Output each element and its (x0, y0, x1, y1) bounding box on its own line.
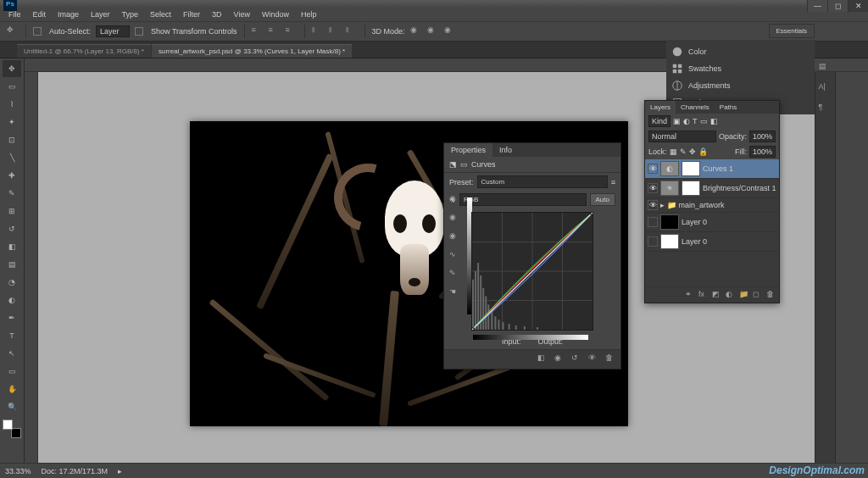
clip-icon[interactable]: ◧ (537, 353, 549, 365)
filter-smart-icon[interactable]: ◧ (710, 117, 718, 125)
history-icon[interactable]: ▤ (819, 62, 832, 75)
para-icon[interactable]: ¶ (819, 103, 832, 116)
layer-item[interactable]: 👁 ◐ Curves 1 (645, 159, 779, 179)
visibility-toggle[interactable]: 👁 (648, 183, 658, 193)
stamp-tool[interactable]: ⊞ (3, 203, 21, 220)
draw-curve-icon[interactable]: ✎ (449, 269, 463, 282)
hand-tool[interactable]: ✋ (3, 381, 21, 397)
fill-input[interactable]: 100% (749, 146, 776, 158)
visibility-toggle[interactable]: 👁 (648, 200, 658, 210)
mask-thumb[interactable] (682, 181, 700, 196)
sampler-plus-icon[interactable]: ◉ (449, 213, 463, 226)
layer-item[interactable]: Layer 0 (645, 213, 779, 232)
menu-edit[interactable]: Edit (28, 8, 52, 20)
menu-3d[interactable]: 3D (207, 8, 227, 20)
type-tool[interactable]: T (3, 327, 21, 344)
history-brush-tool[interactable]: ↺ (3, 220, 21, 237)
brush-tool[interactable]: ✎ (3, 185, 21, 202)
delete-icon[interactable]: 🗑 (766, 290, 776, 300)
preset-dropdown[interactable]: Custom (477, 175, 608, 188)
tab-layers[interactable]: Layers (645, 101, 676, 114)
blur-tool[interactable]: ◔ (3, 274, 21, 291)
3d-icon[interactable]: ◉ (410, 25, 422, 37)
edit-points-icon[interactable]: ∿ (449, 250, 463, 264)
menu-window[interactable]: Window (257, 8, 294, 20)
lock-pos-icon[interactable]: ✥ (689, 147, 696, 156)
trash-icon[interactable]: 🗑 (605, 353, 617, 365)
tab-paths[interactable]: Paths (715, 101, 742, 114)
filter-type-icon[interactable]: T (693, 117, 698, 125)
layers-panel[interactable]: Layers Channels Paths Kind ▣ ◐ T ▭ ◧ Nor… (644, 100, 780, 303)
distribute-icon[interactable]: ⦀ (312, 25, 324, 37)
mask-thumb[interactable] (682, 161, 700, 176)
layer-name[interactable]: main_artwork (679, 201, 725, 209)
visibility-toggle[interactable] (648, 236, 658, 247)
auto-select-dropdown[interactable]: Layer (96, 25, 130, 37)
fg-color[interactable] (3, 420, 13, 430)
view-prev-icon[interactable]: ◉ (554, 353, 566, 365)
doc-size[interactable]: Doc: 17.2M/171.3M (42, 467, 108, 475)
distribute-icon[interactable]: ⦀ (329, 25, 341, 37)
link-icon[interactable]: ⚭ (685, 290, 695, 300)
workspace-button[interactable]: Essentials (769, 24, 815, 38)
folder-icon[interactable]: ▸ 📁 (660, 201, 676, 209)
auto-select-checkbox[interactable] (33, 27, 42, 36)
visibility-toggle[interactable] (648, 217, 658, 227)
mask-icon[interactable]: ◩ (712, 290, 722, 300)
menu-view[interactable]: View (229, 8, 255, 20)
filter-pixel-icon[interactable]: ▣ (673, 117, 681, 125)
panel-color[interactable]: Color (670, 43, 811, 60)
menu-file[interactable]: File (3, 8, 26, 20)
filter-kind-dropdown[interactable]: Kind (648, 115, 670, 127)
move-tool[interactable]: ✥ (3, 60, 21, 77)
zoom-level[interactable]: 33.33% (5, 467, 31, 475)
layer-name[interactable]: Layer 0 (682, 237, 707, 246)
layer-item[interactable]: 👁 ☀ Brightness/Contrast 1 (645, 179, 779, 198)
menu-type[interactable]: Type (117, 8, 144, 20)
auto-button[interactable]: Auto (590, 193, 615, 206)
new-layer-icon[interactable]: ◻ (753, 290, 763, 300)
maximize-button[interactable]: ◻ (827, 0, 848, 12)
panel-adjustments[interactable]: Adjustments (670, 77, 811, 94)
zoom-tool[interactable]: 🔍 (3, 398, 21, 415)
eyedropper-tool[interactable]: ╲ (3, 149, 21, 166)
shape-tool[interactable]: ▭ (3, 363, 21, 380)
eraser-tool[interactable]: ◧ (3, 238, 21, 255)
gradient-tool[interactable]: ▤ (3, 256, 21, 273)
layer-name[interactable]: Curves 1 (703, 164, 733, 173)
adj-icon[interactable]: ◐ (726, 290, 736, 300)
3d-icon[interactable]: ◉ (444, 25, 456, 37)
blend-mode-dropdown[interactable]: Normal (648, 131, 716, 142)
curves-graph[interactable] (471, 212, 593, 331)
align-icon[interactable]: ≡ (252, 25, 264, 37)
color-swatches[interactable] (3, 420, 21, 438)
visibility-toggle[interactable]: 👁 (648, 164, 658, 174)
lock-all-icon[interactable]: 🔒 (698, 147, 708, 156)
dodge-tool[interactable]: ◐ (3, 292, 21, 308)
filter-shape-icon[interactable]: ▭ (700, 117, 708, 125)
distribute-icon[interactable]: ⦀ (346, 25, 358, 37)
align-icon[interactable]: ≡ (286, 25, 298, 37)
marquee-tool[interactable]: ▭ (3, 78, 21, 95)
panel-swatches[interactable]: Swatches (670, 60, 811, 77)
show-transform-checkbox[interactable] (135, 27, 143, 36)
layer-name[interactable]: Brightness/Contrast 1 (703, 184, 776, 192)
ruler-vertical[interactable] (25, 72, 38, 465)
fx-icon[interactable]: fx (698, 290, 709, 300)
sampler-minus-icon[interactable]: ◉ (449, 231, 463, 245)
properties-panel[interactable]: Properties Info ⬔ ▭ Curves Preset: Custo… (443, 142, 621, 370)
menu-select[interactable]: Select (145, 8, 176, 20)
reset-icon[interactable]: ↺ (571, 353, 583, 365)
menu-layer[interactable]: Layer (86, 8, 115, 20)
pen-tool[interactable]: ✒ (3, 309, 21, 326)
path-tool[interactable]: ↖ (3, 345, 21, 362)
hand-icon[interactable]: ☚ (449, 287, 463, 301)
lock-trans-icon[interactable]: ▦ (670, 147, 677, 156)
preset-menu-icon[interactable]: ≡ (611, 178, 615, 186)
menu-help[interactable]: Help (296, 8, 322, 20)
char-icon[interactable]: A| (819, 82, 832, 96)
menu-filter[interactable]: Filter (178, 8, 205, 20)
layer-name[interactable]: Layer 0 (682, 218, 707, 226)
sampler-icon[interactable]: ◉ (449, 194, 463, 208)
tab-channels[interactable]: Channels (676, 101, 715, 114)
